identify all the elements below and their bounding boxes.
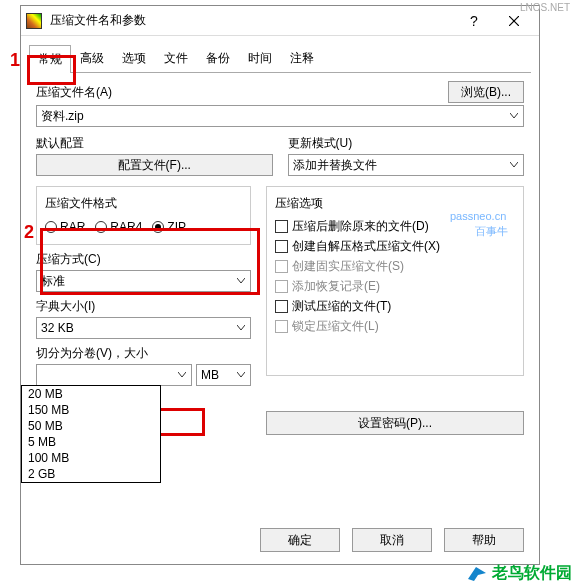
method-label: 压缩方式(C): [36, 251, 251, 268]
tab-content: 压缩文件名(A) 浏览(B)... 默认配置 配置文件(F)... 更新模式(U…: [21, 73, 539, 443]
help-button[interactable]: ?: [454, 7, 494, 35]
check-lock: 锁定压缩文件(L): [275, 318, 515, 335]
left-column: 压缩文件格式 RAR RAR4 ZIP 压缩方式(C) 标准 字典大小(I) 3…: [36, 186, 251, 435]
dict-combo[interactable]: 32 KB: [36, 317, 251, 339]
watermark-url: passneo.cn: [450, 210, 506, 222]
split-option[interactable]: 5 MB: [22, 434, 160, 450]
top-right-mark: LNOS.NET: [520, 2, 570, 13]
check-test[interactable]: 测试压缩的文件(T): [275, 298, 515, 315]
annotation-1: 1: [10, 50, 20, 71]
tab-comment[interactable]: 注释: [281, 44, 323, 72]
split-dropdown-list[interactable]: 20 MB150 MB50 MB5 MB100 MB2 GB: [21, 385, 161, 483]
footer-logo: 老鸟软件园: [466, 563, 572, 584]
check-sfx[interactable]: 创建自解压格式压缩文件(X): [275, 238, 515, 255]
titlebar: 压缩文件名和参数 ?: [21, 6, 539, 36]
update-mode-label: 更新模式(U): [288, 135, 525, 152]
split-size-input[interactable]: [36, 364, 192, 386]
tab-time[interactable]: 时间: [239, 44, 281, 72]
app-icon: [26, 13, 42, 29]
tab-files[interactable]: 文件: [155, 44, 197, 72]
tab-strip: 常规 高级 选项 文件 备份 时间 注释: [29, 44, 531, 73]
update-mode-combo[interactable]: 添加并替换文件: [288, 154, 525, 176]
radio-rar[interactable]: RAR: [45, 220, 85, 234]
profiles-button[interactable]: 配置文件(F)...: [36, 154, 273, 176]
method-combo[interactable]: 标准: [36, 270, 251, 292]
browse-button[interactable]: 浏览(B)...: [448, 81, 524, 103]
tab-advanced[interactable]: 高级: [71, 44, 113, 72]
annotation-2: 2: [24, 222, 34, 243]
tab-backup[interactable]: 备份: [197, 44, 239, 72]
archive-name-input[interactable]: [36, 105, 524, 127]
split-option[interactable]: 20 MB: [22, 386, 160, 402]
dict-label: 字典大小(I): [36, 298, 251, 315]
split-option[interactable]: 50 MB: [22, 418, 160, 434]
window-title: 压缩文件名和参数: [50, 12, 454, 29]
split-unit-combo[interactable]: MB: [196, 364, 251, 386]
set-password-button[interactable]: 设置密码(P)...: [266, 411, 524, 435]
tab-options[interactable]: 选项: [113, 44, 155, 72]
archive-name-label: 压缩文件名(A): [36, 84, 112, 101]
help-button-bottom[interactable]: 帮助: [444, 528, 524, 552]
radio-rar4[interactable]: RAR4: [95, 220, 142, 234]
tab-general[interactable]: 常规: [29, 45, 71, 73]
radio-zip[interactable]: ZIP: [152, 220, 186, 234]
split-option[interactable]: 100 MB: [22, 450, 160, 466]
check-recovery: 添加恢复记录(E): [275, 278, 515, 295]
split-option[interactable]: 2 GB: [22, 466, 160, 482]
dialog-window: 压缩文件名和参数 ? 常规 高级 选项 文件 备份 时间 注释 压缩文件名(A)…: [20, 5, 540, 565]
check-solid: 创建固实压缩文件(S): [275, 258, 515, 275]
profile-label: 默认配置: [36, 135, 273, 152]
format-group: 压缩文件格式 RAR RAR4 ZIP: [36, 186, 251, 245]
ok-button[interactable]: 确定: [260, 528, 340, 552]
format-label: 压缩文件格式: [45, 195, 242, 212]
watermark-text: 百事牛: [475, 224, 508, 239]
cancel-button[interactable]: 取消: [352, 528, 432, 552]
split-option[interactable]: 150 MB: [22, 402, 160, 418]
bird-icon: [466, 565, 488, 583]
split-label: 切分为分卷(V)，大小: [36, 345, 251, 362]
bottom-buttons: 确定 取消 帮助: [260, 528, 524, 552]
close-icon: [509, 16, 519, 26]
